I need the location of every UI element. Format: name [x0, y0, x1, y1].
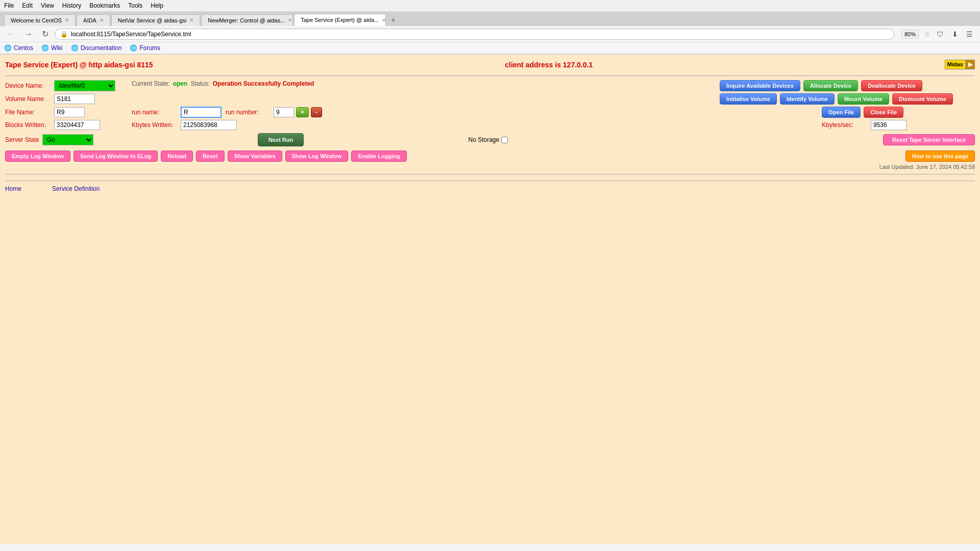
device-name-label: Device Name:	[5, 82, 51, 89]
forward-button[interactable]: →	[21, 29, 36, 40]
tab-welcome[interactable]: Welcome to CentOS ✕	[4, 14, 76, 26]
menu-file[interactable]: File	[4, 2, 14, 9]
tab-tape-service-label: Tape Service (Expert) @ aida...	[301, 17, 379, 23]
blocks-written-input[interactable]	[54, 120, 100, 130]
show-variables-button[interactable]: Show Variables	[228, 151, 282, 162]
url-input[interactable]	[71, 31, 889, 38]
reload-page-button[interactable]: Reload	[161, 151, 193, 162]
kbytes-sec-input[interactable]	[871, 120, 906, 130]
globe-icon-forums: 🌐	[130, 44, 137, 52]
how-to-use-button[interactable]: How to use this page	[905, 151, 975, 162]
tab-netvar[interactable]: NetVar Service @ aidas-gsi ✕	[111, 14, 200, 26]
blocks-written-label: Blocks Written:	[5, 121, 51, 129]
reset-tape-button[interactable]: Reset Tape Server Interface	[883, 134, 975, 145]
action-buttons-bar: Empty Log Window Send Log Window to ELog…	[5, 151, 975, 162]
security-icon: 🔒	[60, 31, 68, 38]
tab-welcome-close[interactable]: ✕	[65, 17, 69, 23]
deallocate-device-button[interactable]: Deallocate Device	[861, 80, 922, 91]
zoom-level: 80%	[901, 30, 919, 39]
page-title: Tape Service (Expert) @ http aidas-gsi 8…	[5, 61, 153, 69]
download-icon[interactable]: ⬇	[949, 29, 961, 39]
run-name-label: run name:	[132, 109, 178, 116]
volume-name-label: Volume Name:	[5, 95, 51, 103]
menu-view[interactable]: View	[41, 2, 54, 9]
mount-volume-button[interactable]: Mount Volume	[838, 93, 889, 105]
client-address: client address is 127.0.0.1	[505, 61, 593, 69]
initialise-volume-button[interactable]: Initialise Volume	[720, 93, 777, 105]
home-link[interactable]: Home	[5, 185, 21, 192]
bookmark-centos[interactable]: 🌐 Centos	[4, 44, 33, 52]
close-file-button[interactable]: Close File	[864, 107, 903, 118]
bookmark-star-button[interactable]: ☆	[924, 30, 930, 38]
no-storage-checkbox[interactable]	[501, 137, 508, 143]
tab-newmerger[interactable]: NewMerger: Control @ aidas... ✕	[201, 14, 293, 26]
enable-logging-button[interactable]: Enable Logging	[351, 151, 407, 162]
server-state-label: Server State	[5, 136, 39, 143]
no-storage-label: No Storage	[469, 136, 500, 143]
run-name-input[interactable]	[181, 107, 222, 118]
volume-name-input[interactable]	[54, 94, 95, 104]
back-button[interactable]: ←	[4, 29, 18, 40]
server-state-select[interactable]: Go	[42, 134, 93, 145]
tab-aida-label: AIDA	[83, 17, 96, 23]
tab-tape-service-close[interactable]: ✕	[382, 17, 386, 23]
tab-welcome-label: Welcome to CentOS	[11, 17, 62, 23]
run-number-plus-button[interactable]: +	[296, 107, 309, 117]
bottom-links: Home Service Definition	[5, 181, 975, 192]
service-definition-link[interactable]: Service Definition	[52, 185, 100, 192]
header-separator	[5, 76, 975, 76]
menu-edit[interactable]: Edit	[22, 2, 33, 9]
next-run-button[interactable]: Next Run	[258, 133, 304, 146]
tab-add-button[interactable]: +	[387, 14, 399, 26]
device-name-select[interactable]: /dev/file/0	[54, 80, 115, 91]
bookmark-documentation[interactable]: 🌐 Documentation	[71, 44, 122, 52]
run-number-minus-button[interactable]: -	[311, 107, 322, 117]
tab-newmerger-close[interactable]: ✕	[288, 17, 292, 23]
menu-button[interactable]: ☰	[963, 29, 976, 39]
run-number-label: run number:	[226, 109, 272, 116]
kbytes-sec-label: Kbytes/sec:	[822, 121, 868, 129]
globe-icon-docs: 🌐	[71, 44, 79, 52]
current-state-value: open	[173, 80, 188, 87]
inquire-available-button[interactable]: Inquire Available Devices	[720, 80, 800, 91]
kbytes-written-label: Kbytes Written:	[132, 121, 178, 129]
run-number-input[interactable]	[274, 107, 294, 117]
last-updated: Last Updated: June 17, 2024 05:42:58	[5, 164, 975, 170]
file-name-input[interactable]	[54, 107, 85, 117]
no-storage-area: No Storage	[469, 136, 508, 143]
send-log-button[interactable]: Send Log Window to ELog	[74, 151, 158, 162]
globe-icon-wiki: 🌐	[41, 44, 49, 52]
tab-tape-service[interactable]: Tape Service (Expert) @ aida... ✕	[294, 14, 386, 26]
tab-aida-close[interactable]: ✕	[100, 17, 104, 23]
reload-button[interactable]: ↻	[39, 28, 52, 40]
midas-logo-yellow: Midas	[945, 60, 966, 69]
menu-tools[interactable]: Tools	[128, 2, 142, 9]
identify-volume-button[interactable]: Identify Volume	[780, 93, 835, 105]
current-state-label: Current State:	[132, 80, 170, 87]
kbytes-written-input[interactable]	[181, 120, 237, 130]
footer-separator	[5, 174, 975, 174]
bookmark-wiki[interactable]: 🌐 Wiki	[41, 44, 63, 52]
reset-button[interactable]: Reset	[196, 151, 225, 162]
empty-log-button[interactable]: Empty Log Window	[5, 151, 70, 162]
allocate-device-button[interactable]: Allocate Device	[803, 80, 858, 91]
open-file-button[interactable]: Open File	[822, 107, 861, 118]
menu-bookmarks[interactable]: Bookmarks	[89, 2, 120, 9]
show-log-button[interactable]: Show Log Window	[285, 151, 349, 162]
midas-logo-gold: ▶	[966, 60, 975, 69]
tab-netvar-close[interactable]: ✕	[189, 17, 193, 23]
bookmark-forums[interactable]: 🌐 Forums	[130, 44, 160, 52]
tab-aida[interactable]: AIDA ✕	[77, 14, 110, 26]
menu-help[interactable]: Help	[151, 2, 163, 9]
tab-newmerger-label: NewMerger: Control @ aidas...	[208, 17, 285, 23]
tab-netvar-label: NetVar Service @ aidas-gsi	[118, 17, 186, 23]
shield-icon[interactable]: 🛡	[934, 29, 947, 39]
status-label: Status:	[190, 80, 209, 87]
menu-history[interactable]: History	[62, 2, 81, 9]
file-name-label: File Name:	[5, 109, 51, 116]
globe-icon-centos: 🌐	[4, 44, 12, 52]
status-value: Operation Successfully Completed	[213, 80, 314, 87]
dismount-volume-button[interactable]: Dismount Volume	[892, 93, 953, 105]
